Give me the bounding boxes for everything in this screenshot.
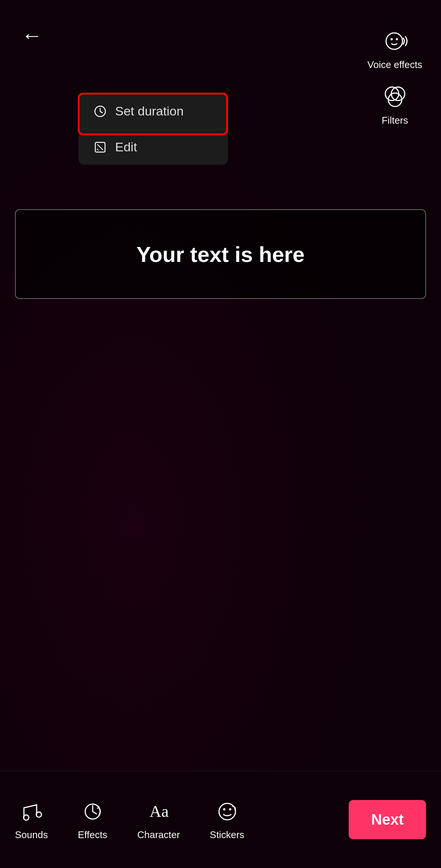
- next-button[interactable]: Next: [349, 800, 426, 839]
- nav-sounds[interactable]: Sounds: [15, 799, 48, 841]
- voice-effects-icon: [380, 26, 410, 56]
- svg-point-13: [223, 808, 225, 810]
- back-button[interactable]: ←: [19, 22, 45, 49]
- back-arrow-icon: ←: [21, 25, 42, 46]
- main-container: ←: [0, 0, 441, 868]
- svg-point-14: [229, 808, 231, 810]
- header: ←: [0, 0, 441, 60]
- stickers-icon: [214, 799, 240, 825]
- sounds-icon: [18, 799, 44, 825]
- context-menu: Set duration Edit: [78, 93, 228, 165]
- nav-stickers[interactable]: Stickers: [210, 799, 244, 841]
- voice-effects-button[interactable]: Voice effects: [367, 26, 422, 71]
- nav-effects[interactable]: Effects: [78, 799, 107, 841]
- svg-point-1: [391, 38, 393, 40]
- text-display-content: Your text is here: [136, 242, 305, 267]
- svg-point-2: [396, 38, 398, 40]
- bottom-nav: Sounds Effects: [0, 771, 441, 868]
- voice-effects-label: Voice effects: [367, 59, 422, 71]
- effects-label: Effects: [78, 829, 107, 841]
- svg-point-12: [219, 803, 235, 820]
- set-duration-menu-item[interactable]: Set duration: [78, 93, 228, 129]
- filters-icon: [380, 82, 410, 112]
- filters-label: Filters: [382, 115, 408, 126]
- clock-icon: [93, 105, 107, 118]
- character-icon: Aa: [145, 799, 172, 825]
- stickers-label: Stickers: [210, 829, 244, 841]
- nav-items: Sounds Effects: [15, 799, 349, 841]
- set-duration-label: Set duration: [115, 104, 184, 118]
- nav-character[interactable]: Aa Character: [137, 799, 180, 841]
- text-display-box: Your text is here: [15, 209, 426, 299]
- filters-button[interactable]: Filters: [380, 82, 410, 126]
- edit-menu-item[interactable]: Edit: [78, 129, 228, 165]
- edit-label: Edit: [115, 140, 137, 154]
- sounds-label: Sounds: [15, 829, 48, 841]
- edit-icon: [93, 140, 107, 154]
- character-label: Character: [137, 829, 180, 841]
- right-tools: Voice effects Filters: [367, 22, 422, 126]
- effects-icon: [80, 799, 106, 825]
- svg-point-0: [386, 33, 403, 49]
- svg-text:Aa: Aa: [149, 802, 169, 821]
